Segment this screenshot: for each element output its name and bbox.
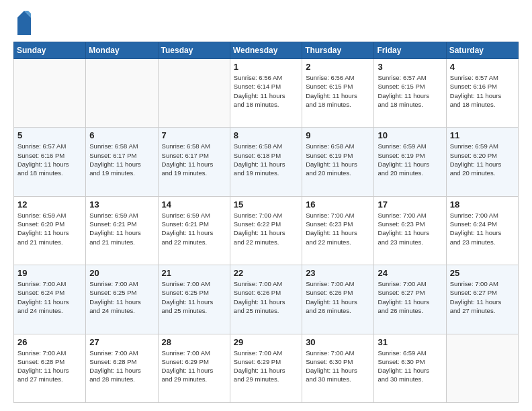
day-info: Sunrise: 7:00 AMSunset: 6:28 PMDaylight:… [89, 349, 154, 384]
day-info: Sunrise: 6:59 AMSunset: 6:20 PMDaylight:… [450, 142, 515, 177]
calendar-cell: 17Sunrise: 7:00 AMSunset: 6:23 PMDayligh… [374, 196, 446, 265]
day-number: 24 [378, 268, 442, 278]
day-number: 15 [234, 199, 298, 210]
day-info: Sunrise: 6:56 AMSunset: 6:14 PMDaylight:… [234, 73, 298, 109]
calendar-cell: 24Sunrise: 7:00 AMSunset: 6:27 PMDayligh… [374, 265, 446, 334]
calendar-cell: 25Sunrise: 7:00 AMSunset: 6:27 PMDayligh… [446, 265, 518, 334]
day-number: 5 [17, 130, 82, 140]
day-number: 18 [450, 199, 515, 210]
calendar-cell: 8Sunrise: 6:58 AMSunset: 6:18 PMDaylight… [230, 128, 302, 196]
calendar-cell: 29Sunrise: 7:00 AMSunset: 6:29 PMDayligh… [230, 334, 302, 402]
calendar-cell [446, 334, 518, 402]
day-number: 7 [162, 130, 226, 140]
day-info: Sunrise: 6:57 AMSunset: 6:15 PMDaylight:… [378, 73, 442, 109]
calendar-cell: 26Sunrise: 7:00 AMSunset: 6:28 PMDayligh… [14, 334, 86, 402]
day-info: Sunrise: 6:58 AMSunset: 6:17 PMDaylight:… [89, 142, 154, 177]
day-number: 23 [306, 268, 370, 278]
week-row-5: 26Sunrise: 7:00 AMSunset: 6:28 PMDayligh… [14, 334, 519, 402]
calendar-table: SundayMondayTuesdayWednesdayThursdayFrid… [13, 42, 519, 403]
day-info: Sunrise: 6:57 AMSunset: 6:16 PMDaylight:… [17, 142, 82, 177]
calendar-cell: 10Sunrise: 6:59 AMSunset: 6:19 PMDayligh… [374, 128, 446, 196]
day-info: Sunrise: 7:00 AMSunset: 6:29 PMDaylight:… [234, 349, 298, 384]
week-row-4: 19Sunrise: 7:00 AMSunset: 6:24 PMDayligh… [14, 265, 519, 334]
day-info: Sunrise: 6:59 AMSunset: 6:19 PMDaylight:… [378, 142, 442, 177]
day-number: 6 [89, 130, 154, 140]
day-number: 17 [378, 199, 442, 210]
calendar-cell: 20Sunrise: 7:00 AMSunset: 6:25 PMDayligh… [86, 265, 158, 334]
day-info: Sunrise: 7:00 AMSunset: 6:23 PMDaylight:… [378, 211, 442, 246]
calendar-cell [86, 59, 158, 128]
calendar-cell: 5Sunrise: 6:57 AMSunset: 6:16 PMDaylight… [14, 128, 86, 196]
day-number: 22 [234, 268, 298, 278]
day-info: Sunrise: 6:59 AMSunset: 6:20 PMDaylight:… [17, 211, 82, 246]
calendar-cell: 11Sunrise: 6:59 AMSunset: 6:20 PMDayligh… [446, 128, 518, 196]
calendar-cell: 15Sunrise: 7:00 AMSunset: 6:22 PMDayligh… [230, 196, 302, 265]
day-info: Sunrise: 7:00 AMSunset: 6:27 PMDaylight:… [450, 279, 515, 315]
day-info: Sunrise: 7:00 AMSunset: 6:29 PMDaylight:… [162, 349, 226, 384]
day-number: 8 [234, 130, 298, 140]
day-info: Sunrise: 6:58 AMSunset: 6:18 PMDaylight:… [234, 142, 298, 177]
weekday-header-row: SundayMondayTuesdayWednesdayThursdayFrid… [14, 42, 519, 59]
day-info: Sunrise: 7:00 AMSunset: 6:26 PMDaylight:… [234, 279, 298, 315]
day-info: Sunrise: 6:58 AMSunset: 6:19 PMDaylight:… [306, 142, 370, 177]
day-info: Sunrise: 7:00 AMSunset: 6:24 PMDaylight:… [17, 279, 82, 315]
week-row-2: 5Sunrise: 6:57 AMSunset: 6:16 PMDaylight… [14, 128, 519, 196]
page: SundayMondayTuesdayWednesdayThursdayFrid… [0, 0, 532, 411]
day-number: 25 [450, 268, 515, 278]
calendar-cell: 23Sunrise: 7:00 AMSunset: 6:26 PMDayligh… [302, 265, 374, 334]
calendar-cell: 22Sunrise: 7:00 AMSunset: 6:26 PMDayligh… [230, 265, 302, 334]
calendar-cell: 31Sunrise: 6:59 AMSunset: 6:30 PMDayligh… [374, 334, 446, 402]
day-info: Sunrise: 7:00 AMSunset: 6:30 PMDaylight:… [306, 349, 370, 384]
day-info: Sunrise: 6:57 AMSunset: 6:16 PMDaylight:… [450, 73, 515, 109]
calendar-cell: 27Sunrise: 7:00 AMSunset: 6:28 PMDayligh… [86, 334, 158, 402]
day-number: 31 [378, 337, 442, 347]
calendar-cell: 13Sunrise: 6:59 AMSunset: 6:21 PMDayligh… [86, 196, 158, 265]
calendar-cell: 3Sunrise: 6:57 AMSunset: 6:15 PMDaylight… [374, 59, 446, 128]
calendar-cell: 12Sunrise: 6:59 AMSunset: 6:20 PMDayligh… [14, 196, 86, 265]
header [13, 11, 519, 35]
calendar-cell: 30Sunrise: 7:00 AMSunset: 6:30 PMDayligh… [302, 334, 374, 402]
week-row-3: 12Sunrise: 6:59 AMSunset: 6:20 PMDayligh… [14, 196, 519, 265]
day-info: Sunrise: 7:00 AMSunset: 6:25 PMDaylight:… [89, 279, 154, 315]
day-info: Sunrise: 6:56 AMSunset: 6:15 PMDaylight:… [306, 73, 370, 109]
day-number: 29 [234, 337, 298, 347]
day-info: Sunrise: 7:00 AMSunset: 6:25 PMDaylight:… [162, 279, 226, 315]
day-number: 3 [378, 62, 442, 72]
day-info: Sunrise: 6:59 AMSunset: 6:21 PMDaylight:… [162, 211, 226, 246]
weekday-monday: Monday [86, 42, 158, 59]
day-number: 30 [306, 337, 370, 347]
weekday-tuesday: Tuesday [158, 42, 230, 59]
day-number: 2 [306, 62, 370, 72]
calendar-cell: 18Sunrise: 7:00 AMSunset: 6:24 PMDayligh… [446, 196, 518, 265]
day-number: 10 [378, 130, 442, 140]
calendar-cell: 28Sunrise: 7:00 AMSunset: 6:29 PMDayligh… [158, 334, 230, 402]
calendar-cell: 4Sunrise: 6:57 AMSunset: 6:16 PMDaylight… [446, 59, 518, 128]
weekday-thursday: Thursday [302, 42, 374, 59]
calendar-cell: 6Sunrise: 6:58 AMSunset: 6:17 PMDaylight… [86, 128, 158, 196]
day-number: 28 [162, 337, 226, 347]
calendar-cell: 19Sunrise: 7:00 AMSunset: 6:24 PMDayligh… [14, 265, 86, 334]
day-number: 4 [450, 62, 515, 72]
day-number: 13 [89, 199, 154, 210]
calendar-cell: 21Sunrise: 7:00 AMSunset: 6:25 PMDayligh… [158, 265, 230, 334]
day-number: 26 [17, 337, 82, 347]
calendar-cell: 1Sunrise: 6:56 AMSunset: 6:14 PMDaylight… [230, 59, 302, 128]
day-info: Sunrise: 6:59 AMSunset: 6:30 PMDaylight:… [378, 349, 442, 384]
day-info: Sunrise: 7:00 AMSunset: 6:28 PMDaylight:… [17, 349, 82, 384]
day-info: Sunrise: 7:00 AMSunset: 6:24 PMDaylight:… [450, 211, 515, 246]
weekday-sunday: Sunday [14, 42, 86, 59]
day-number: 20 [89, 268, 154, 278]
calendar-cell [158, 59, 230, 128]
day-number: 21 [162, 268, 226, 278]
calendar-cell [14, 59, 86, 128]
day-info: Sunrise: 7:00 AMSunset: 6:23 PMDaylight:… [306, 211, 370, 246]
day-info: Sunrise: 6:59 AMSunset: 6:21 PMDaylight:… [89, 211, 154, 246]
calendar-cell: 9Sunrise: 6:58 AMSunset: 6:19 PMDaylight… [302, 128, 374, 196]
day-number: 19 [17, 268, 82, 278]
day-number: 1 [234, 62, 298, 72]
day-info: Sunrise: 7:00 AMSunset: 6:26 PMDaylight:… [306, 279, 370, 315]
day-number: 12 [17, 199, 82, 210]
calendar-cell: 16Sunrise: 7:00 AMSunset: 6:23 PMDayligh… [302, 196, 374, 265]
day-number: 11 [450, 130, 515, 140]
day-number: 14 [162, 199, 226, 210]
